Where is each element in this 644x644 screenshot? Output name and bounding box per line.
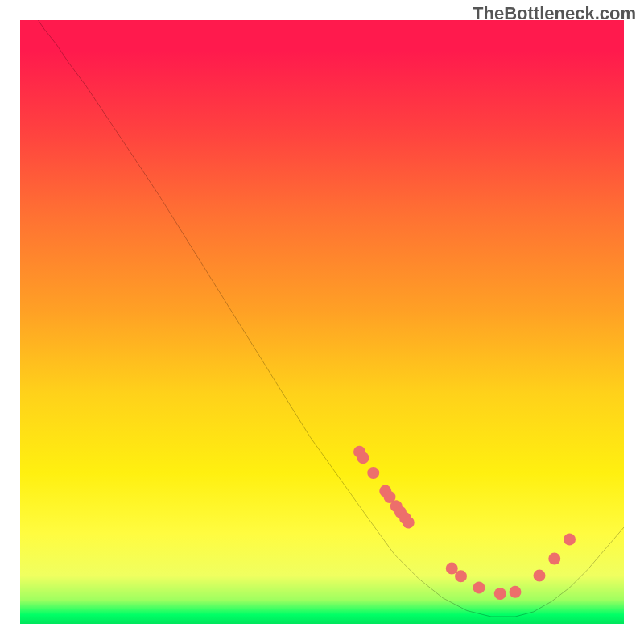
watermark-text: TheBottleneck.com	[473, 3, 636, 24]
data-marker	[357, 452, 369, 464]
data-marker	[367, 467, 379, 479]
data-marker	[473, 582, 485, 594]
data-marker	[494, 588, 506, 600]
chart-container: TheBottleneck.com	[0, 0, 644, 644]
data-marker	[564, 534, 576, 546]
data-marker	[510, 586, 522, 598]
data-marker	[548, 553, 560, 565]
data-marker	[402, 517, 415, 529]
plot-area	[20, 20, 624, 624]
data-markers	[353, 446, 576, 600]
data-marker	[446, 563, 458, 575]
bottleneck-curve	[39, 20, 625, 617]
data-marker	[534, 570, 546, 582]
data-marker	[455, 570, 467, 582]
curve-svg	[20, 20, 624, 624]
